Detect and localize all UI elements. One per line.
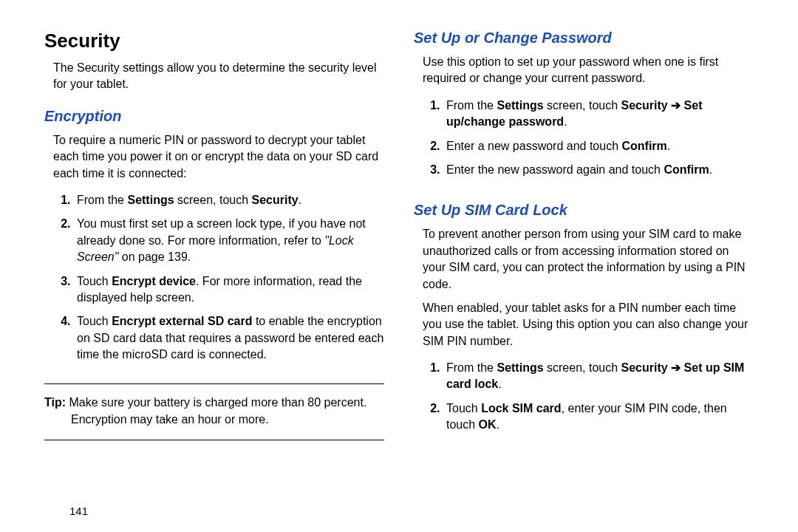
sim-step-1: From the Settings screen, touch Security…: [443, 360, 754, 393]
password-step-1: From the Settings screen, touch Security…: [443, 98, 754, 131]
encryption-intro: To require a numeric PIN or password to …: [53, 132, 384, 182]
page-number: 141: [44, 482, 384, 517]
password-intro: Use this option to set up your password …: [423, 54, 754, 87]
password-step-2: Enter a new password and touch Confirm.: [443, 138, 754, 154]
tip-label: Tip:: [44, 396, 69, 409]
arrow-icon: ➔: [668, 99, 684, 112]
left-column: Security The Security settings allow you…: [44, 30, 384, 517]
sim-step-2: Touch Lock SIM card, enter your SIM PIN …: [443, 400, 754, 434]
heading-security: Security: [44, 30, 384, 52]
sim-p2: When enabled, your tablet asks for a PIN…: [423, 300, 754, 349]
tip-block: Tip: Make sure your battery is charged m…: [44, 395, 384, 428]
arrow-icon: ➔: [668, 361, 684, 374]
password-steps: From the Settings screen, touch Security…: [414, 98, 754, 186]
encryption-steps: From the Settings screen, touch Security…: [44, 192, 384, 371]
sim-p1: To prevent another person from using you…: [423, 226, 754, 293]
security-intro: The Security settings allow you to deter…: [53, 60, 384, 93]
tip-body: Make sure your battery is charged more t…: [69, 396, 366, 409]
encryption-step-1: From the Settings screen, touch Security…: [74, 192, 384, 208]
password-step-3: Enter the new password again and touch C…: [443, 162, 754, 178]
divider-bottom: [44, 440, 384, 440]
encryption-step-2: You must first set up a screen lock type…: [74, 216, 384, 265]
sim-steps: From the Settings screen, touch Security…: [414, 360, 754, 441]
manual-page: Security The Security settings allow you…: [0, 0, 798, 532]
encryption-step-3: Touch Encrypt device. For more informati…: [74, 273, 384, 307]
heading-sim-lock: Set Up SIM Card Lock: [414, 202, 754, 219]
encryption-step-4: Touch Encrypt external SD card to enable…: [74, 313, 384, 363]
right-column: Set Up or Change Password Use this optio…: [414, 30, 754, 517]
divider-top: [44, 383, 384, 384]
tip-continuation: Encryption may take an hour or more.: [71, 412, 384, 428]
heading-set-up-password: Set Up or Change Password: [414, 30, 754, 47]
heading-encryption: Encryption: [44, 108, 384, 125]
